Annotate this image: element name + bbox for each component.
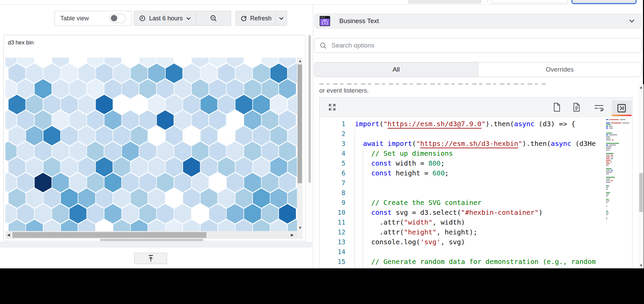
refresh-icon: [240, 15, 247, 22]
code-line[interactable]: 3 await import("https://esm.sh/d3-hexbin…: [320, 139, 632, 149]
chevron-down-icon: [279, 17, 284, 20]
line-number: 4: [320, 149, 345, 158]
tab-all[interactable]: All: [315, 62, 478, 77]
tab-overrides[interactable]: Overrides: [478, 62, 642, 77]
line-number: 14: [320, 247, 345, 257]
line-number: 12: [320, 227, 345, 237]
minimap[interactable]: [604, 119, 628, 265]
code-line[interactable]: 15 // Generate random data for demonstra…: [320, 257, 632, 267]
code-editor: 1import("https://esm.sh/d3@7.9.0").then(…: [319, 97, 632, 268]
code-line[interactable]: 6 const height = 600;: [320, 168, 632, 178]
scroll-left-icon[interactable]: ◀: [7, 233, 10, 237]
hexbin-chart: [5, 58, 297, 231]
arrow-to-top-icon: [147, 254, 155, 263]
expand-icon[interactable]: [328, 103, 337, 113]
code-content[interactable]: 1import("https://esm.sh/d3@7.9.0").then(…: [320, 117, 632, 267]
refresh-interval-dropdown[interactable]: [276, 17, 287, 20]
zoom-out-icon: [210, 15, 217, 22]
indent-guide: [355, 129, 355, 267]
app-window: Table view Last 6 hours Refresh: [0, 0, 644, 304]
overlay-hscrollbar-thumb[interactable]: [100, 239, 203, 241]
top-partial-button-secondary[interactable]: [408, 0, 481, 3]
top-partial-button-outline[interactable]: [491, 0, 568, 3]
panel-title: d3 hex bin: [8, 39, 34, 46]
chart-hscrollbar-thumb[interactable]: [13, 232, 206, 238]
line-number: 15: [320, 257, 345, 267]
line-number: 1: [320, 119, 345, 129]
copy-file-icon[interactable]: [553, 102, 561, 113]
scroll-right-icon[interactable]: ▶: [291, 233, 294, 237]
zoom-out-button[interactable]: [196, 15, 231, 22]
indent-guide: [363, 149, 363, 267]
code-line[interactable]: 14: [320, 247, 632, 257]
code-line[interactable]: 8: [320, 188, 632, 198]
search-icon: [320, 42, 327, 49]
clipped-text-line: [319, 83, 546, 84]
pane-divider: [313, 4, 313, 268]
options-pane-scrollbar-thumb[interactable]: [639, 173, 643, 212]
run-code-button[interactable]: [612, 100, 631, 116]
scroll-up-icon[interactable]: ▲: [298, 59, 302, 63]
refresh-button[interactable]: Refresh: [250, 15, 271, 22]
time-range-button[interactable]: Last 6 hours: [149, 15, 183, 22]
table-view-control: Table view: [55, 11, 132, 26]
code-line[interactable]: 9 // Create the SVG container: [320, 198, 632, 208]
visualization-name: Business Text: [339, 17, 379, 25]
active-tool-indicator: [612, 115, 631, 116]
chevron-down-icon: [629, 19, 635, 23]
code-line[interactable]: 11 .attr("width", width): [320, 217, 632, 227]
code-line[interactable]: 1import("https://esm.sh/d3@7.9.0").then(…: [320, 119, 632, 129]
scrollbar-corner: [297, 231, 303, 239]
refresh-group: Refresh: [236, 11, 287, 26]
line-number: 8: [320, 188, 345, 198]
collapse-to-top-button[interactable]: [134, 253, 167, 264]
business-text-plugin-icon: (T): [320, 16, 330, 26]
code-line[interactable]: 12 .attr("height", height);: [320, 227, 632, 237]
run-icon: [617, 104, 626, 113]
search-input[interactable]: [331, 41, 624, 50]
options-tabs: All Overrides: [314, 62, 642, 77]
code-line[interactable]: 7: [320, 178, 632, 188]
line-number: 6: [320, 168, 345, 178]
table-view-label: Table view: [60, 15, 89, 22]
time-controls-group: Last 6 hours: [134, 11, 231, 26]
code-line[interactable]: 13 console.log('svg', svg): [320, 237, 632, 247]
code-line[interactable]: 4 // Set up dimensions: [320, 149, 632, 158]
toggle-knob: [111, 15, 117, 21]
line-number: 5: [320, 158, 345, 168]
paste-file-icon[interactable]: [572, 102, 581, 113]
top-partial-button-focused[interactable]: [571, 0, 637, 4]
code-editor-toolbar: [320, 98, 632, 117]
top-button-separator: [487, 0, 487, 3]
help-text: or event listeners.: [319, 87, 369, 94]
scroll-down-icon[interactable]: ▼: [639, 264, 643, 267]
code-line[interactable]: 5 const width = 800;: [320, 158, 632, 168]
line-number: 11: [320, 217, 345, 227]
visualization-picker[interactable]: (T) Business Text: [314, 14, 642, 28]
word-wrap-icon[interactable]: [594, 104, 604, 113]
line-number: 10: [320, 208, 345, 217]
scroll-up-icon[interactable]: ▲: [639, 86, 643, 89]
main-content: Table view Last 6 hours Refresh: [0, 0, 643, 268]
horizontal-splitter[interactable]: [0, 242, 312, 247]
code-line[interactable]: 10 const svg = d3.select("#hexbin-contai…: [320, 208, 632, 217]
scroll-down-icon[interactable]: ▼: [298, 226, 302, 230]
line-number: 9: [320, 198, 345, 208]
chevron-down-icon[interactable]: [186, 17, 191, 20]
line-number: 7: [320, 178, 345, 188]
top-divider: [0, 4, 643, 5]
chart-vscrollbar-thumb[interactable]: [298, 64, 302, 183]
code-line[interactable]: 2: [320, 129, 632, 139]
line-number: 3: [320, 139, 345, 149]
table-view-toggle[interactable]: [109, 14, 126, 23]
line-number: 2: [320, 129, 345, 139]
svg-text:(T): (T): [322, 20, 328, 25]
clock-icon: [139, 15, 146, 22]
line-number: 13: [320, 237, 345, 247]
options-search[interactable]: [314, 38, 642, 53]
left-pane-scrollbar-thumb[interactable]: [308, 35, 311, 183]
